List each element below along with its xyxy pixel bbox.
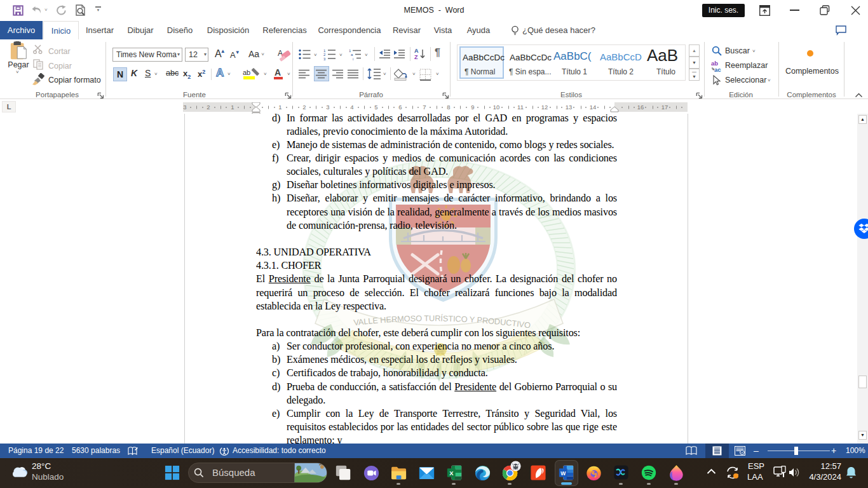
svg-text:Z: Z [414,54,418,60]
svg-text:9: 9 [471,104,474,111]
svg-text:17: 17 [661,104,668,111]
svg-text:6: 6 [398,104,402,111]
svg-text:5: 5 [374,104,377,111]
svg-text:12: 12 [541,104,548,111]
svg-text:3: 3 [326,104,329,111]
svg-text:2: 2 [323,53,326,57]
svg-text:a: a [351,53,353,57]
svg-text:A: A [414,48,419,54]
svg-text:4: 4 [350,104,353,111]
svg-text:14: 14 [590,104,597,111]
svg-text:ac: ac [714,66,721,73]
svg-text:1: 1 [278,104,281,111]
svg-text:13: 13 [566,104,573,111]
svg-text:7: 7 [423,104,426,111]
svg-text:2: 2 [302,104,306,111]
svg-text:8: 8 [447,104,450,111]
svg-text:1: 1 [231,104,234,111]
svg-text:i: i [353,57,353,61]
svg-text:W: W [560,470,566,477]
svg-text:10: 10 [493,104,500,111]
svg-text:2: 2 [207,104,210,111]
svg-text:X: X [449,470,454,477]
svg-text:ab: ab [243,69,250,76]
svg-text:1: 1 [323,49,326,53]
svg-text:3: 3 [183,104,186,111]
svg-text:11: 11 [517,104,524,111]
svg-text:3: 3 [323,57,326,61]
svg-text:16: 16 [637,104,644,111]
